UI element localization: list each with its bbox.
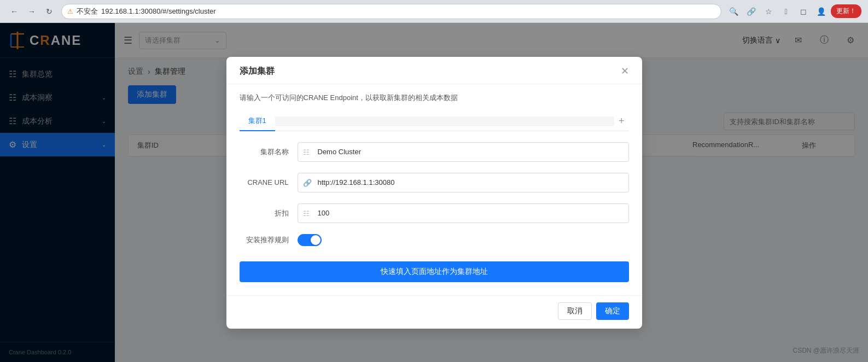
cluster-name-icon: ☷ bbox=[303, 148, 310, 156]
add-cluster-modal: 添加集群 ✕ 请输入一个可访问的CRANE Endpoint，以获取新集群的相关… bbox=[226, 57, 642, 329]
toggle-knob bbox=[311, 235, 321, 245]
crane-url-field: CRANE URL 🔗 bbox=[240, 173, 629, 192]
forward-button[interactable]: → bbox=[24, 4, 39, 19]
security-label: 不安全 bbox=[77, 7, 98, 16]
discount-label: 折扣 bbox=[240, 208, 289, 218]
crane-url-input-wrap: 🔗 bbox=[298, 173, 629, 192]
modal-header: 添加集群 ✕ bbox=[226, 57, 642, 84]
cluster-name-input[interactable] bbox=[298, 142, 629, 162]
discount-field: 折扣 ☷ bbox=[240, 203, 629, 223]
install-rules-field: 安装推荐规则 bbox=[240, 234, 629, 246]
modal-title: 添加集群 bbox=[240, 66, 275, 77]
bookmark-btn[interactable]: ☆ bbox=[761, 4, 776, 19]
nav-buttons: ← → ↻ bbox=[7, 4, 57, 19]
address-text: 192.168.1.1:30080/#/settings/cluster bbox=[101, 7, 216, 15]
browser-chrome: ← → ↻ ⚠ 不安全 192.168.1.1:30080/#/settings… bbox=[0, 0, 868, 23]
modal-close-button[interactable]: ✕ bbox=[621, 66, 629, 76]
profile-btn[interactable]: 👤 bbox=[813, 4, 829, 19]
search-browser-btn[interactable]: 🔍 bbox=[726, 4, 741, 19]
discount-input[interactable] bbox=[298, 203, 629, 223]
install-rules-label: 安装推荐规则 bbox=[240, 235, 289, 245]
modal-subtitle: 请输入一个可访问的CRANE Endpoint，以获取新集群的相关成本数据 bbox=[240, 93, 629, 103]
modal-footer: 取消 确定 bbox=[226, 295, 642, 329]
cluster-name-label: 集群名称 bbox=[240, 147, 289, 157]
modal-overlay[interactable]: 添加集群 ✕ 请输入一个可访问的CRANE Endpoint，以获取新集群的相关… bbox=[0, 23, 868, 362]
quick-fill-button[interactable]: 快速填入页面地址作为集群地址 bbox=[240, 261, 629, 282]
address-bar[interactable]: ⚠ 不安全 192.168.1.1:30080/#/settings/clust… bbox=[61, 4, 721, 19]
crane-url-icon: 🔗 bbox=[303, 178, 312, 186]
discount-input-wrap: ☷ bbox=[298, 203, 629, 223]
window-btn[interactable]: ◻ bbox=[796, 4, 811, 19]
discount-icon: ☷ bbox=[303, 209, 310, 217]
install-rules-toggle[interactable] bbox=[298, 234, 322, 246]
cluster-name-field: 集群名称 ☷ bbox=[240, 142, 629, 162]
cancel-button[interactable]: 取消 bbox=[558, 302, 592, 320]
extensions-btn[interactable]: 🩘 bbox=[778, 4, 794, 19]
modal-body: 请输入一个可访问的CRANE Endpoint，以获取新集群的相关成本数据 集群… bbox=[226, 84, 642, 295]
modal-tabs: 集群1 + bbox=[240, 112, 629, 131]
browser-action-buttons: 🔍 🔗 ☆ 🩘 ◻ 👤 更新！ bbox=[726, 4, 861, 19]
install-rules-toggle-wrap bbox=[298, 234, 322, 246]
tab-cluster1[interactable]: 集群1 bbox=[240, 112, 275, 131]
update-button[interactable]: 更新！ bbox=[831, 4, 861, 18]
add-tab-button[interactable]: + bbox=[614, 113, 629, 129]
crane-url-input[interactable] bbox=[298, 173, 629, 192]
refresh-button[interactable]: ↻ bbox=[42, 4, 57, 19]
security-icon: ⚠ bbox=[67, 8, 73, 15]
confirm-button[interactable]: 确定 bbox=[596, 302, 629, 320]
back-button[interactable]: ← bbox=[7, 4, 22, 19]
cluster-name-input-wrap: ☷ bbox=[298, 142, 629, 162]
share-btn[interactable]: 🔗 bbox=[743, 4, 759, 19]
crane-url-label: CRANE URL bbox=[240, 178, 289, 186]
tab-cluster2 bbox=[275, 116, 614, 126]
